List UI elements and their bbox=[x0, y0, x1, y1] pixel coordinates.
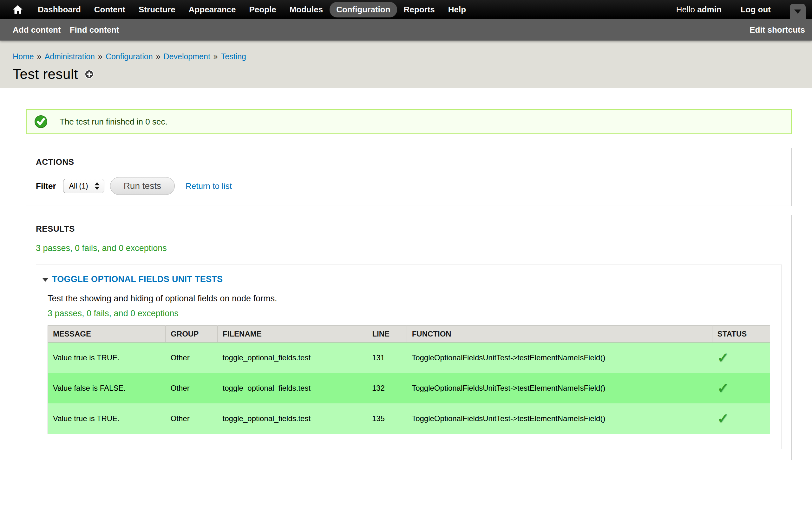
col-header-message: MESSAGE bbox=[48, 326, 165, 343]
table-header-row: MESSAGE GROUP FILENAME LINE FUNCTION STA… bbox=[48, 326, 770, 343]
status-message-text: The test run finished in 0 sec. bbox=[60, 117, 167, 127]
cell-filename: toggle_optional_fields.test bbox=[217, 373, 367, 403]
toolbar-toggle-button[interactable] bbox=[790, 4, 806, 19]
status-check-icon bbox=[34, 115, 48, 128]
breadcrumb-home[interactable]: Home bbox=[13, 52, 34, 61]
breadcrumb-separator: » bbox=[37, 52, 42, 61]
filter-select[interactable]: All (1) bbox=[63, 179, 104, 193]
toolbar-item-modules[interactable]: Modules bbox=[283, 2, 329, 17]
toolbar-item-help[interactable]: Help bbox=[442, 2, 473, 17]
cell-function: ToggleOptionalFieldsUnitTest->testElemen… bbox=[407, 373, 712, 403]
test-group-summary: 3 passes, 0 fails, and 0 exceptions bbox=[48, 308, 770, 319]
toolbar-item-dashboard[interactable]: Dashboard bbox=[31, 2, 88, 17]
cell-function: ToggleOptionalFieldsUnitTest->testElemen… bbox=[407, 343, 712, 373]
shortcut-bar: Add content Find content Edit shortcuts bbox=[0, 19, 812, 41]
table-row: Value true is TRUE. Other toggle_optiona… bbox=[48, 403, 770, 434]
toolbar-item-people[interactable]: People bbox=[242, 2, 283, 17]
toolbar-item-configuration[interactable]: Configuration bbox=[329, 2, 397, 17]
test-group-fieldset: TOGGLE OPTIONAL FIELDS UNIT TESTS Test t… bbox=[36, 265, 782, 449]
cell-group: Other bbox=[165, 343, 217, 373]
run-tests-button[interactable]: Run tests bbox=[110, 177, 175, 195]
home-icon[interactable] bbox=[9, 0, 27, 19]
select-stepper-icon bbox=[95, 182, 100, 190]
results-table: MESSAGE GROUP FILENAME LINE FUNCTION STA… bbox=[48, 326, 770, 434]
toolbar-item-reports[interactable]: Reports bbox=[397, 2, 442, 17]
table-row: Value false is FALSE. Other toggle_optio… bbox=[48, 373, 770, 403]
col-header-status: STATUS bbox=[712, 326, 770, 343]
edit-shortcuts-link[interactable]: Edit shortcuts bbox=[750, 25, 805, 35]
test-group-title[interactable]: TOGGLE OPTIONAL FIELDS UNIT TESTS bbox=[52, 274, 223, 284]
results-legend: RESULTS bbox=[36, 224, 782, 234]
col-header-group: GROUP bbox=[165, 326, 217, 343]
cell-line: 131 bbox=[367, 343, 407, 373]
breadcrumb-separator: » bbox=[156, 52, 160, 61]
cell-filename: toggle_optional_fields.test bbox=[217, 403, 367, 434]
cell-filename: toggle_optional_fields.test bbox=[217, 343, 367, 373]
chevron-down-icon bbox=[794, 9, 801, 14]
cell-function: ToggleOptionalFieldsUnitTest->testElemen… bbox=[407, 403, 712, 434]
breadcrumb-separator: » bbox=[98, 52, 102, 61]
col-header-filename: FILENAME bbox=[217, 326, 367, 343]
greeting-text: Hello bbox=[676, 5, 695, 14]
results-panel: RESULTS 3 passes, 0 fails, and 0 excepti… bbox=[26, 215, 792, 460]
filter-select-value: All (1) bbox=[69, 182, 88, 190]
breadcrumb-configuration[interactable]: Configuration bbox=[106, 52, 153, 61]
toolbar-menu: Dashboard Content Structure Appearance P… bbox=[31, 2, 473, 17]
cell-message: Value true is TRUE. bbox=[48, 343, 165, 373]
cell-line: 135 bbox=[367, 403, 407, 434]
admin-toolbar: Dashboard Content Structure Appearance P… bbox=[0, 0, 812, 19]
cell-group: Other bbox=[165, 373, 217, 403]
breadcrumb-testing[interactable]: Testing bbox=[221, 52, 246, 61]
breadcrumb-development[interactable]: Development bbox=[164, 52, 210, 61]
user-greeting: Hello admin bbox=[676, 5, 722, 14]
collapse-arrow-icon bbox=[43, 278, 48, 282]
pass-check-icon: ✓ bbox=[717, 381, 729, 395]
add-to-shortcuts-icon[interactable] bbox=[84, 69, 94, 79]
toolbar-item-appearance[interactable]: Appearance bbox=[182, 2, 243, 17]
shortcut-add-content[interactable]: Add content bbox=[8, 22, 65, 38]
main-content: The test run finished in 0 sec. ACTIONS … bbox=[0, 88, 812, 460]
test-group-toggle[interactable]: TOGGLE OPTIONAL FIELDS UNIT TESTS bbox=[43, 274, 770, 284]
status-message: The test run finished in 0 sec. bbox=[26, 109, 792, 134]
breadcrumb: Home » Administration » Configuration » … bbox=[13, 52, 799, 61]
cell-message: Value true is TRUE. bbox=[48, 403, 165, 434]
actions-legend: ACTIONS bbox=[36, 157, 782, 167]
filter-label: Filter bbox=[36, 181, 56, 191]
actions-panel: ACTIONS Filter All (1) Run tests Return … bbox=[26, 148, 792, 206]
col-header-function: FUNCTION bbox=[407, 326, 712, 343]
cell-group: Other bbox=[165, 403, 217, 434]
page-title: Test result bbox=[13, 66, 78, 82]
cell-message: Value false is FALSE. bbox=[48, 373, 165, 403]
return-to-list-link[interactable]: Return to list bbox=[186, 181, 232, 191]
table-row: Value true is TRUE. Other toggle_optiona… bbox=[48, 343, 770, 373]
toolbar-item-structure[interactable]: Structure bbox=[132, 2, 182, 17]
col-header-line: LINE bbox=[367, 326, 407, 343]
test-group-description: Test the showing and hiding of optional … bbox=[48, 294, 770, 303]
breadcrumb-separator: » bbox=[213, 52, 218, 61]
cell-line: 132 bbox=[367, 373, 407, 403]
breadcrumb-administration[interactable]: Administration bbox=[45, 52, 95, 61]
results-summary: 3 passes, 0 fails, and 0 exceptions bbox=[36, 243, 782, 253]
logout-link[interactable]: Log out bbox=[741, 5, 771, 14]
toolbar-item-content[interactable]: Content bbox=[88, 2, 132, 17]
pass-check-icon: ✓ bbox=[717, 412, 729, 426]
shortcut-find-content[interactable]: Find content bbox=[65, 22, 124, 38]
pass-check-icon: ✓ bbox=[717, 351, 729, 365]
page-header: Home » Administration » Configuration » … bbox=[0, 41, 812, 88]
username-text: admin bbox=[697, 5, 722, 14]
